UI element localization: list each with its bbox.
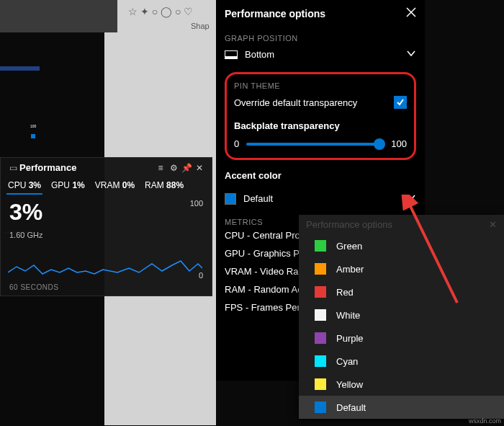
- graph-position-value: Bottom: [245, 49, 406, 60]
- dd-item-green[interactable]: Green: [299, 234, 504, 257]
- thumb-1: [0, 66, 40, 101]
- tab-vram-pct: 0%: [122, 180, 135, 190]
- dd-item-default[interactable]: Default: [299, 396, 504, 419]
- swatch-default: [315, 401, 326, 413]
- tab-vram-label: VRAM: [95, 180, 120, 190]
- dd-item-cyan[interactable]: Cyan: [299, 350, 504, 373]
- pin-theme-label: PIN THEME: [234, 81, 407, 90]
- performance-tabs: CPU 3% GPU 1% VRAM 0% RAM 88%: [1, 177, 212, 195]
- performance-chart: 3% 1.60 GHz 100 0 60 SECONDS: [1, 195, 212, 296]
- big-percent: 3%: [9, 199, 42, 226]
- tab-cpu-label: CPU: [8, 180, 26, 190]
- backplate-slider-row: 0 100: [234, 138, 407, 149]
- dd-item-white[interactable]: White: [299, 303, 504, 327]
- chevron-down-icon: [406, 192, 416, 205]
- accent-value: Default: [243, 193, 406, 204]
- close-icon[interactable]: ✕: [193, 163, 206, 173]
- watermark: wsxdn.com: [469, 417, 501, 425]
- swatch-white: [315, 309, 326, 321]
- mini-100: 100: [30, 124, 36, 128]
- bg-shape-label: Shap: [191, 22, 210, 30]
- slider-max: 100: [391, 138, 407, 149]
- performance-header: ▭ Performance ≡ ⚙ 📌 ✕: [1, 158, 212, 177]
- graph-position-row[interactable]: Bottom: [225, 43, 416, 66]
- tab-ram-pct: 88%: [166, 180, 184, 190]
- backplate-slider[interactable]: [246, 143, 384, 146]
- close-icon[interactable]: ✕: [489, 219, 497, 230]
- background-top: [0, 0, 117, 32]
- accent-swatch: [225, 193, 236, 205]
- tab-cpu-pct: 3%: [29, 180, 41, 190]
- dd-item-purple[interactable]: Purple: [299, 327, 504, 350]
- dropdown-header: Performance options ✕: [299, 215, 504, 234]
- backplate-label: Backplate transparency: [234, 120, 407, 131]
- bottom-icon: [225, 50, 238, 59]
- dd-item-yellow[interactable]: Yellow: [299, 373, 504, 396]
- tab-gpu-label: GPU: [51, 180, 70, 190]
- accent-color-label: Accent color: [225, 164, 416, 187]
- filter-icon[interactable]: ≡: [154, 163, 167, 173]
- sparkline: [8, 236, 202, 280]
- tab-gpu[interactable]: GPU 1%: [51, 180, 85, 195]
- close-options-button[interactable]: [406, 7, 416, 19]
- performance-widget: ▭ Performance ≡ ⚙ 📌 ✕ CPU 3% GPU 1% VRAM…: [0, 157, 212, 296]
- axis-time: 60 SECONDS: [9, 283, 58, 291]
- swatch-purple: [315, 332, 326, 344]
- options-title: Performance options: [225, 8, 406, 19]
- override-label: Override default transparency: [234, 97, 394, 108]
- tab-ram-label: RAM: [145, 180, 164, 190]
- thumb-2: [0, 103, 40, 143]
- pin-theme-highlight: PIN THEME Override default transparency …: [225, 72, 416, 160]
- tab-cpu[interactable]: CPU 3%: [8, 180, 41, 195]
- swatch-amber: [315, 263, 326, 275]
- settings-icon[interactable]: ⚙: [167, 163, 180, 173]
- pin-icon[interactable]: 📌: [180, 163, 193, 173]
- monitor-icon: ▭: [6, 163, 19, 173]
- override-transparency-row[interactable]: Override default transparency: [234, 90, 407, 115]
- swatch-green: [315, 240, 326, 252]
- dd-item-amber[interactable]: Amber: [299, 257, 504, 280]
- tab-ram[interactable]: RAM 88%: [145, 180, 184, 195]
- accent-color-dropdown: Performance options ✕ Green Amber Red Wh…: [299, 215, 504, 419]
- swatch-cyan: [315, 355, 326, 367]
- accent-color-row[interactable]: Default: [225, 187, 416, 210]
- performance-title: Performance: [19, 162, 154, 173]
- chevron-down-icon: [406, 48, 416, 61]
- axis-max: 100: [190, 199, 203, 208]
- override-checkbox[interactable]: [394, 96, 407, 109]
- slider-min: 0: [234, 138, 239, 149]
- slider-thumb[interactable]: [374, 138, 385, 150]
- tab-gpu-pct: 1%: [72, 180, 84, 190]
- swatch-red: [315, 286, 326, 298]
- toolbar-icons-bg: ☆ ✦ ○ ◯ ○ ♡: [128, 6, 193, 17]
- graph-position-label: GRAPH POSITION: [225, 34, 416, 43]
- tab-vram[interactable]: VRAM 0%: [95, 180, 135, 195]
- dd-item-red[interactable]: Red: [299, 280, 504, 303]
- swatch-yellow: [315, 378, 326, 390]
